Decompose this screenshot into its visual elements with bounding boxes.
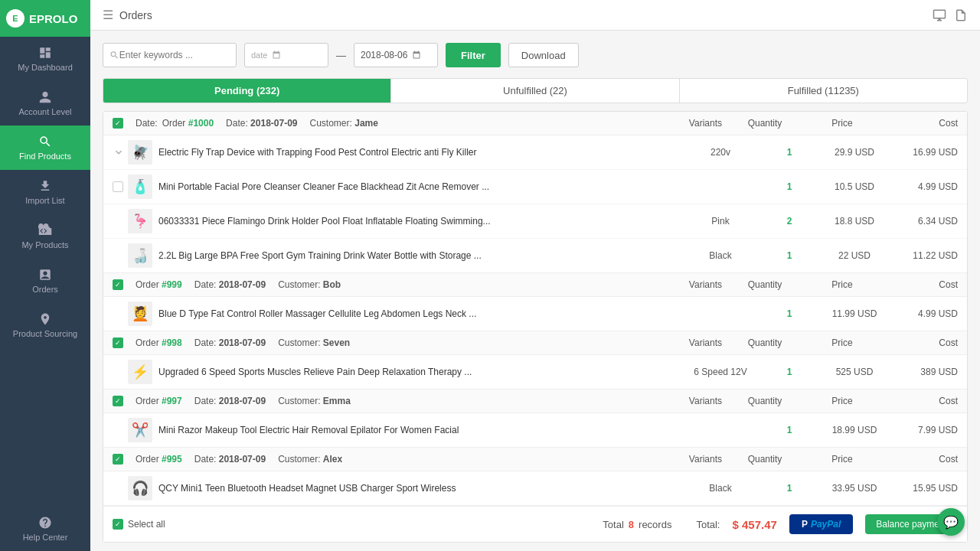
product-variant: 220v <box>682 147 759 158</box>
find-products-icon <box>38 135 52 148</box>
page-icon[interactable] <box>954 8 968 22</box>
paypal-button[interactable]: P PayPal <box>789 514 853 534</box>
product-qty: 1 <box>759 250 820 261</box>
order-header-998: ✓ Order #998 Date: 2018-07-09 Customer: … <box>103 331 967 355</box>
order-checkbox-997[interactable]: ✓ <box>113 396 123 406</box>
search-input[interactable] <box>119 50 230 60</box>
my-products-icon <box>38 223 52 237</box>
product-cost: 16.99 USD <box>889 147 958 158</box>
sourcing-icon <box>38 312 52 326</box>
product-image: ⚡ <box>128 360 152 384</box>
product-name: 06033331 Piece Flamingo Drink Holder Poo… <box>158 216 682 227</box>
order-header-1000: ✓ Date: Order #1000 Date: 2018-07-09 Cus… <box>103 112 967 135</box>
product-price: 33.95 USD <box>820 483 889 494</box>
order-item: 🦩 06033331 Piece Flamingo Drink Holder P… <box>103 204 967 239</box>
product-name: Upgraded 6 Speed Sports Muscles Relieve … <box>158 367 682 377</box>
order-checkbox-995[interactable]: ✓ <box>113 454 123 465</box>
expand-icon[interactable] <box>113 146 125 158</box>
order-checkbox-998[interactable]: ✓ <box>113 337 123 348</box>
product-price: 29.9 USD <box>820 147 889 158</box>
page-title: Orders <box>119 9 152 21</box>
total-amount: $ 457.47 <box>732 518 776 531</box>
date-to[interactable]: 2018-08-06 <box>354 43 438 67</box>
order-header-999: ✓ Order #999 Date: 2018-07-09 Customer: … <box>103 273 967 297</box>
tab-unfulfilled[interactable]: Unfulfilled (22) <box>391 79 679 103</box>
search-wrap[interactable] <box>103 43 237 67</box>
product-cost: 15.95 USD <box>889 483 958 494</box>
sidebar-item-account[interactable]: Account Level <box>0 81 90 126</box>
sidebar-item-find-products[interactable]: Find Products <box>0 126 90 170</box>
topbar-actions <box>933 8 968 22</box>
sidebar-item-sourcing[interactable]: Product Sourcing <box>0 303 90 347</box>
tab-pending[interactable]: Pending (232) <box>103 79 391 103</box>
date-from[interactable]: date <box>244 43 328 67</box>
sidebar-item-help[interactable]: Help Center <box>0 507 90 551</box>
chat-button[interactable]: 💬 <box>937 508 965 536</box>
product-variant: Black <box>682 483 759 494</box>
filter-button[interactable]: Filter <box>446 43 501 67</box>
order-group-997: ✓ Order #997 Date: 2018-07-09 Customer: … <box>103 390 967 448</box>
order-num-1000: Order #1000 <box>162 118 214 129</box>
item-checkbox[interactable] <box>113 181 123 192</box>
product-cost: 6.34 USD <box>889 216 958 227</box>
logo-icon: E <box>6 9 24 28</box>
product-qty: 2 <box>759 216 820 227</box>
order-item: ⚡ Upgraded 6 Speed Sports Muscles Reliev… <box>103 355 967 389</box>
product-image: 🍶 <box>128 243 152 268</box>
product-image: 🧴 <box>128 174 152 199</box>
product-cost: 389 USD <box>889 367 958 377</box>
product-image: 🦩 <box>128 209 152 233</box>
product-price: 22 USD <box>820 250 889 261</box>
calendar-from-icon <box>272 51 281 60</box>
order-item: 🎧 QCY Mini1 Teen Bluetooth Headset Magne… <box>103 471 967 505</box>
total-label2: Total: <box>696 519 720 530</box>
footer-total: Total 8 records <box>603 519 671 530</box>
help-icon <box>38 516 52 530</box>
sidebar: E EPROLO My Dashboard Account Level Find… <box>0 0 90 551</box>
order-group-999: ✓ Order #999 Date: 2018-07-09 Customer: … <box>103 273 967 331</box>
pagination: ‹ 1 2 3 4 › <box>103 543 968 551</box>
sidebar-item-orders[interactable]: Orders <box>0 259 90 303</box>
orders-table: ✓ Date: Order #1000 Date: 2018-07-09 Cus… <box>103 111 968 543</box>
product-price: 525 USD <box>820 367 889 377</box>
monitor-icon[interactable] <box>933 8 946 22</box>
product-qty: 1 <box>759 483 820 494</box>
order-item: ✂️ Mini Razor Makeup Tool Electric Hair … <box>103 413 967 447</box>
product-qty: 1 <box>759 367 820 377</box>
filter-bar: date — 2018-08-06 Filter Download <box>103 43 968 67</box>
orders-footer: ✓ Select all Total 8 records Total: $ 45… <box>103 506 967 542</box>
product-price: 10.5 USD <box>820 181 889 192</box>
product-name: QCY Mini1 Teen Bluetooth Headset Magnet … <box>158 483 682 494</box>
sidebar-item-my-products[interactable]: My Products <box>0 214 90 259</box>
product-qty: 1 <box>759 181 820 192</box>
sidebar-item-dashboard[interactable]: My Dashboard <box>0 37 90 81</box>
date-to-value: 2018-08-06 <box>361 50 407 60</box>
search-icon <box>109 50 119 60</box>
logo[interactable]: E EPROLO <box>0 0 90 37</box>
content-area: date — 2018-08-06 Filter Download Pendin… <box>90 31 980 551</box>
product-variant: Black <box>682 250 759 261</box>
order-checkbox-1000[interactable]: ✓ <box>113 118 123 129</box>
product-name: Mini Portable Facial Pore Cleanser Clean… <box>158 181 682 192</box>
product-variant: Pink <box>682 216 759 227</box>
main-content: ☰ Orders date — 2018-08-06 Filter Downlo <box>90 0 980 551</box>
sidebar-item-import-list[interactable]: Import List <box>0 170 90 214</box>
price-col-label: Price <box>808 118 877 129</box>
product-image: ✂️ <box>128 418 152 442</box>
product-name: 2.2L Big Large BPA Free Sport Gym Traini… <box>158 250 682 261</box>
product-price: 18.99 USD <box>820 425 889 435</box>
select-all-checkbox[interactable]: ✓ <box>113 519 123 530</box>
order-checkbox-999[interactable]: ✓ <box>113 279 123 290</box>
variants-col-label: Variants <box>689 118 722 129</box>
download-button[interactable]: Download <box>508 43 579 67</box>
order-tabs: Pending (232) Unfulfilled (22) Fulfilled… <box>103 78 968 103</box>
orders-icon <box>38 268 52 282</box>
account-icon <box>38 90 52 104</box>
tab-fulfilled[interactable]: Fulfilled (11235) <box>680 79 967 103</box>
select-all[interactable]: ✓ Select all <box>113 519 165 530</box>
date-separator: — <box>336 50 346 61</box>
app-name: EPROLO <box>29 12 77 25</box>
order-group-995: ✓ Order #995 Date: 2018-07-09 Customer: … <box>103 448 967 506</box>
product-name: Blue D Type Fat Control Roller Massager … <box>158 308 682 319</box>
product-cost: 4.99 USD <box>889 308 958 319</box>
